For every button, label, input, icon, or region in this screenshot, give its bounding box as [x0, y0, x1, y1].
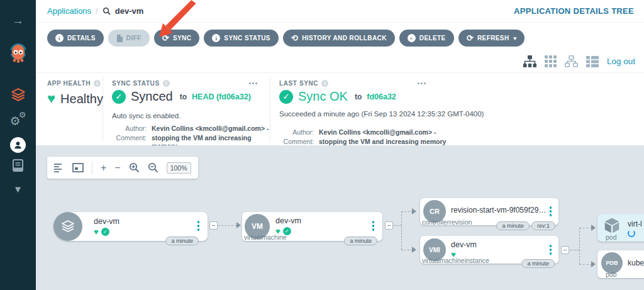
edge-line	[401, 211, 402, 250]
node-kind-label: pod	[606, 233, 617, 241]
details-button[interactable]: i DETAILS	[47, 30, 104, 47]
network-view-icon[interactable]	[565, 55, 578, 67]
node-application-dev-vm[interactable]: dev-vm ♥ ✓ a minute	[53, 212, 208, 241]
node-kind-label: virtualmachineinstance	[422, 257, 489, 264]
node-age-badge: a minute	[496, 221, 530, 230]
breadcrumb-separator: /	[96, 6, 98, 16]
healthy-heart-icon: ♥	[94, 228, 99, 236]
breadcrumb-applications-link[interactable]: Applications	[47, 6, 91, 16]
align-icon[interactable]	[54, 164, 64, 172]
zoom-in-button[interactable]: +	[101, 163, 106, 173]
info-icon: i	[212, 34, 220, 42]
sync-status-button-label: SYNC STATUS	[224, 35, 270, 42]
user-icon	[10, 137, 26, 153]
to-label: to	[355, 92, 362, 101]
sync-status-header: SYNC STATUS i	[112, 80, 170, 87]
magnifier-plus-icon[interactable]	[129, 162, 140, 173]
collapse-handle[interactable]: −	[561, 246, 569, 254]
node-age-badge: a minute	[165, 237, 199, 245]
list-view-icon[interactable]	[586, 56, 599, 67]
node-controllerrevision[interactable]: CR revision-start-vm-9f059f29-85... cont…	[420, 198, 558, 225]
node-menu-icon[interactable]	[370, 219, 377, 233]
history-rollback-button[interactable]: ⟲ HISTORY AND ROLLBACK	[283, 30, 395, 47]
node-menu-icon[interactable]	[196, 219, 202, 233]
app-health-title: APP HEALTH	[47, 80, 91, 87]
node-pdb[interactable]: PDB kube pdb	[597, 250, 644, 278]
edge-arrow	[591, 225, 596, 231]
zoom-out-button[interactable]: −	[114, 163, 120, 173]
diff-button-label: DIFF	[126, 35, 142, 42]
node-name: dev-vm	[94, 217, 119, 226]
panel-divider	[103, 77, 103, 142]
node-age-badge: a minute	[521, 259, 555, 268]
gears-icon: ⚙ ⚙	[10, 112, 26, 128]
argo-logo	[0, 42, 36, 68]
node-virtualmachine-dev-vm[interactable]: VM dev-vm ♥ ✓ virtualmachine a minute	[242, 212, 382, 241]
last-sync-title: LAST SYNC	[279, 80, 318, 87]
collapse-handle[interactable]: −	[385, 221, 393, 230]
node-name: virt-l	[628, 220, 642, 228]
sync-status-title: SYNC STATUS	[112, 80, 160, 87]
node-virtualmachineinstance[interactable]: VMI dev-vm ♥ virtualmachineinstance a mi…	[420, 236, 558, 264]
top-bar: Applications / dev-vm APPLICATION DETAIL…	[36, 0, 644, 23]
sidebar-item-filter[interactable]: ▼	[0, 184, 36, 194]
edge-line	[579, 264, 592, 265]
delete-button-label: DELETE	[419, 35, 446, 42]
sync-button[interactable]: ⟳ SYNC	[154, 30, 200, 47]
application-kind-icon	[53, 212, 82, 241]
node-pod[interactable]: virt-l pod	[597, 214, 644, 242]
sync-status-button[interactable]: i SYNC STATUS	[204, 30, 278, 47]
node-kind-label: controllerrevision	[422, 218, 472, 226]
refresh-icon: ⟳	[467, 34, 474, 42]
node-menu-icon[interactable]	[548, 243, 554, 257]
node-kind-label: virtualmachine	[244, 233, 287, 241]
layers-icon	[10, 87, 26, 103]
progressing-spinner-icon	[628, 230, 635, 237]
node-name: revision-start-vm-9f059f29-85...	[451, 206, 547, 215]
search-icon	[103, 7, 111, 15]
info-icon: i	[163, 80, 170, 87]
sidebar-expand-button[interactable]: →	[0, 14, 36, 28]
node-age-badge: a minute	[344, 237, 377, 245]
grid-view-icon[interactable]	[545, 55, 557, 67]
sidebar-item-applications[interactable]	[0, 87, 36, 103]
auto-sync-note: Auto sync is enabled.	[112, 111, 180, 120]
edge-arrow	[412, 247, 416, 253]
last-sync-note: Succeeded a minute ago (Fri Sep 13 2024 …	[279, 109, 487, 118]
last-sync-row: ✓ Sync OK to fd06a32	[279, 89, 396, 104]
magnifier-minus-icon[interactable]	[148, 162, 158, 173]
app-toolbar: i DETAILS DIFF ⟳ SYNC i SYNC STATUS ⟲ HI…	[47, 30, 525, 47]
sidebar-item-settings[interactable]: ⚙ ⚙	[0, 112, 36, 128]
sync-status-menu-icon[interactable]	[247, 81, 259, 86]
edge-line	[401, 250, 413, 250]
argocd-application-details-screen: →	[0, 0, 644, 290]
panel-divider	[270, 77, 270, 142]
node-name: dev-vm	[275, 216, 301, 225]
info-icon: i	[94, 80, 101, 87]
zoom-level-box[interactable]: 100%	[167, 162, 191, 174]
node-rev-badge: rev:1	[531, 221, 555, 230]
refresh-button[interactable]: ⟳ REFRESH ▾	[458, 30, 525, 47]
last-sync-revision[interactable]: fd06a32	[367, 92, 396, 101]
edge-line	[579, 228, 592, 228]
fit-to-screen-icon[interactable]	[72, 163, 84, 172]
tree-view-icon[interactable]	[523, 55, 536, 67]
last-sync-menu-icon[interactable]	[416, 81, 428, 86]
diff-button[interactable]: DIFF	[108, 30, 150, 47]
synced-check-icon: ✓	[101, 228, 109, 236]
summary-panels: APP HEALTH i ♥ Healthy SYNC STATUS i ✓ S…	[36, 72, 644, 145]
app-health-header: APP HEALTH i	[47, 80, 101, 87]
refresh-button-label: REFRESH	[477, 35, 509, 42]
author-value: Kevin Collins <kmcolli@gmail.com> -	[152, 125, 269, 133]
sidebar-item-docs[interactable]	[0, 159, 36, 172]
to-label: to	[180, 92, 187, 101]
logout-link[interactable]: Log out	[607, 57, 635, 66]
sidebar-item-user[interactable]	[0, 137, 36, 153]
sync-target-revision[interactable]: HEAD (fd06a32)	[192, 92, 251, 101]
node-menu-icon[interactable]	[548, 204, 554, 218]
filter-funnel-icon: ▼	[13, 184, 23, 194]
diff-file-icon	[116, 35, 123, 42]
edge-arrow	[412, 208, 416, 215]
collapse-handle[interactable]: −	[209, 221, 218, 230]
delete-button[interactable]: × DELETE	[399, 30, 454, 47]
